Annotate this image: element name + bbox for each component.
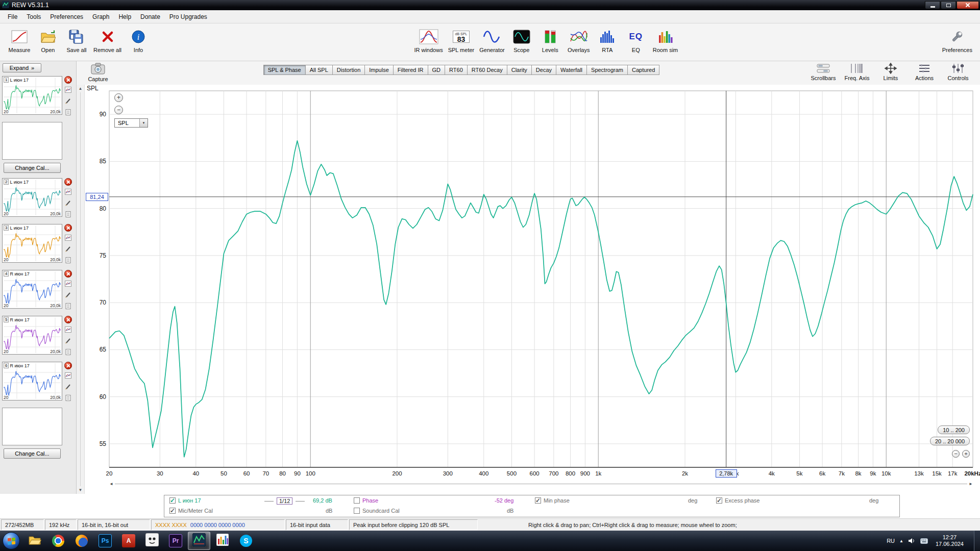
measurement-card[interactable]: 2L июн 172020,0k: [2, 178, 76, 219]
y-zoom-in-button[interactable]: +: [114, 93, 123, 102]
tab-distortion[interactable]: Distortion: [332, 65, 364, 75]
close-measurement-icon[interactable]: [64, 362, 72, 369]
tab-rt60-decay[interactable]: RT60 Decay: [467, 65, 507, 75]
tab-decay[interactable]: Decay: [531, 65, 556, 75]
rta-button[interactable]: RTA: [593, 24, 622, 61]
scroll-up-icon[interactable]: ▲: [79, 86, 83, 91]
measurement-thumbnail[interactable]: 3L июн 172020,0k: [2, 224, 62, 263]
tab-spectrogram[interactable]: Spectrogram: [586, 65, 627, 75]
x-zoom-out-button[interactable]: −: [952, 450, 960, 458]
notes-icon[interactable]: [65, 394, 71, 403]
smoothing-value[interactable]: 1/12: [277, 497, 292, 505]
tab-filtered-ir[interactable]: Filtered IR: [393, 65, 428, 75]
trace-options-icon[interactable]: [65, 280, 71, 289]
levels-button[interactable]: Levels: [536, 24, 565, 61]
notes-icon[interactable]: [65, 256, 71, 265]
taskbar-red-app-button[interactable]: A: [117, 532, 140, 550]
close-measurement-icon[interactable]: [64, 316, 72, 323]
close-measurement-icon[interactable]: [64, 76, 72, 84]
trace-options-icon[interactable]: [65, 325, 71, 335]
edit-pencil-icon[interactable]: [65, 337, 71, 346]
change-cal-button[interactable]: Change Cal...: [4, 163, 61, 173]
tab-spl-phase[interactable]: SPL & Phase: [263, 65, 305, 75]
menu-graph[interactable]: Graph: [88, 11, 114, 22]
smoothing-control[interactable]: 1/12: [264, 497, 305, 505]
overlays-button[interactable]: Overlays: [565, 24, 593, 61]
minimize-button[interactable]: [925, 1, 940, 9]
range-10-200-button[interactable]: 10 .. 200: [938, 425, 970, 434]
taskbar-firefox-button[interactable]: [70, 532, 93, 550]
close-measurement-icon[interactable]: [64, 178, 72, 186]
close-measurement-icon[interactable]: [64, 270, 72, 278]
edit-pencil-icon[interactable]: [65, 199, 71, 208]
measurement-thumbnail[interactable]: 1L июн 172020,0k: [2, 76, 62, 115]
save-all-button[interactable]: Save all: [62, 24, 91, 61]
controls-button[interactable]: Controls: [941, 62, 975, 81]
tab-rt60[interactable]: RT60: [445, 65, 467, 75]
trace-options-icon[interactable]: [65, 371, 71, 381]
edit-pencil-icon[interactable]: [65, 97, 71, 106]
hidden-icons-icon[interactable]: ▲: [899, 539, 903, 543]
actions-button[interactable]: Actions: [908, 62, 941, 81]
tab-clarity[interactable]: Clarity: [507, 65, 531, 75]
spl-chart-canvas[interactable]: 5560657075808590203040506070809010020030…: [85, 85, 980, 494]
change-cal-button[interactable]: Change Cal...: [4, 448, 61, 459]
clock[interactable]: 12:27 17.06.2024: [933, 534, 967, 547]
measurement-thumbnail[interactable]: 6R июн 172020,0k: [2, 362, 62, 400]
notes-icon[interactable]: [65, 210, 71, 219]
menu-preferences[interactable]: Preferences: [45, 11, 88, 22]
taskbar-premiere-button[interactable]: Pr: [164, 532, 187, 550]
room-sim-button[interactable]: Room sim: [650, 24, 681, 61]
menu-tools[interactable]: Tools: [22, 11, 45, 22]
taskbar-face-app-button[interactable]: [141, 532, 163, 550]
tab-impulse[interactable]: Impulse: [364, 65, 393, 75]
scroll-right-icon[interactable]: ►: [969, 482, 973, 486]
excess-phase-checkbox[interactable]: [716, 497, 722, 504]
measurement-thumbnail[interactable]: 4R июн 172020,0k: [2, 270, 62, 309]
menu-donate[interactable]: Donate: [136, 11, 165, 22]
keyboard-icon[interactable]: [920, 538, 928, 544]
trace-checkbox[interactable]: [169, 497, 176, 504]
taskbar-chart-app-button[interactable]: [211, 532, 234, 550]
scope-button[interactable]: Scope: [507, 24, 536, 61]
taskbar-chrome-button[interactable]: [47, 532, 69, 550]
menu-file[interactable]: File: [3, 11, 22, 22]
remove-all-button[interactable]: Remove all: [91, 24, 124, 61]
mic-cal-checkbox[interactable]: [169, 508, 176, 514]
scroll-down-icon[interactable]: ▼: [79, 488, 83, 492]
measurement-thumbnail[interactable]: 2L июн 172020,0k: [2, 178, 62, 217]
capture-button[interactable]: Capture: [80, 61, 116, 82]
chart-h-scrollbar[interactable]: ◄ ►: [109, 481, 973, 487]
tab-all-spl[interactable]: All SPL: [305, 65, 332, 75]
taskbar-skype-button[interactable]: S: [235, 532, 257, 550]
min-phase-checkbox[interactable]: [535, 497, 541, 504]
info-button[interactable]: i Info: [124, 24, 153, 61]
taskbar-explorer-button[interactable]: [23, 532, 46, 550]
trace-options-icon[interactable]: [65, 234, 71, 243]
generator-button[interactable]: Generator: [477, 24, 507, 61]
h-scrollbar-track[interactable]: [115, 484, 967, 484]
expand-panel-button[interactable]: Expand »: [3, 63, 41, 72]
eq-button[interactable]: EQ EQ: [622, 24, 650, 61]
notes-icon[interactable]: [65, 302, 71, 311]
preferences-button[interactable]: Preferences: [940, 24, 975, 61]
notes-icon[interactable]: [65, 348, 71, 357]
range-20-20000-button[interactable]: 20 .. 20 000: [930, 437, 970, 445]
y-zoom-out-button[interactable]: −: [114, 106, 123, 114]
close-measurement-icon[interactable]: [64, 224, 72, 232]
tab-gd[interactable]: GD: [428, 65, 445, 75]
trace-type-select[interactable]: SPL ▼: [114, 118, 148, 128]
close-button[interactable]: [957, 1, 979, 9]
scrollbars-button[interactable]: Scrollbars: [806, 62, 840, 81]
thumbnail-scrollbar[interactable]: ▲ ▼: [77, 85, 85, 494]
trace-options-icon[interactable]: [65, 188, 71, 197]
edit-pencil-icon[interactable]: [65, 245, 71, 254]
dropdown-arrow-icon[interactable]: ▼: [139, 119, 148, 127]
phase-checkbox[interactable]: [354, 497, 360, 504]
spl-meter-button[interactable]: dB SPL83 SPL meter: [446, 24, 477, 61]
menu-help[interactable]: Help: [114, 11, 136, 22]
maximize-button[interactable]: [941, 1, 956, 9]
open-button[interactable]: Open: [34, 24, 62, 61]
measurement-card[interactable]: 3L июн 172020,0k: [2, 224, 76, 265]
tab-waterfall[interactable]: Waterfall: [556, 65, 586, 75]
